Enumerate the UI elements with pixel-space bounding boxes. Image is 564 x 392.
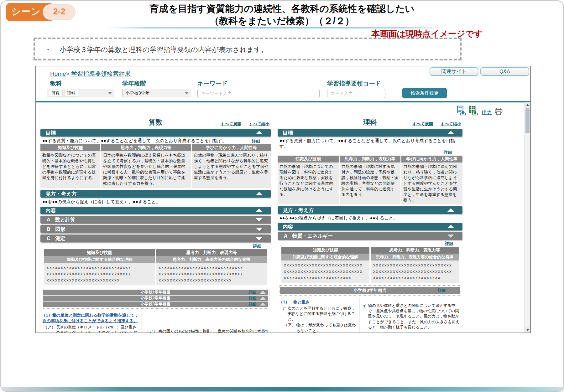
ability-column-subheader: 思考力、判断力、表現力等の総合的な発揮 xyxy=(156,256,267,263)
competency-header: 知識及び技能 xyxy=(278,156,339,162)
grade-detail-link[interactable]: 詳細 xyxy=(249,290,256,295)
content-detail-row-math: 詳細 xyxy=(40,243,271,248)
expand-all-link-math[interactable]: すべて展開 xyxy=(221,121,241,127)
competency-text: 自然の事物・現象についての理解を図り，科学的に追究するために必要な観察，実験を行… xyxy=(278,162,339,204)
scrollbar-thumb[interactable] xyxy=(525,108,530,133)
goal-section-bar-science-label: 目標 xyxy=(283,130,293,136)
goal-intro-math: ●●する資質・能力について、●●することなどを通して、次のとおり育成することを目… xyxy=(42,138,270,143)
collapse-all-link-math[interactable]: すべて縮小 xyxy=(249,121,269,127)
grade-detail-link[interactable]: 詳細 xyxy=(249,302,256,307)
ability-column-header: 知識及び技能 xyxy=(281,247,369,254)
content-detail-link-science[interactable]: 詳細 xyxy=(445,241,453,246)
ability-column-1: 思考力、判断力、表現力等思考力、判断力、表現力等の総合的な発揮xxxxxxxxx… xyxy=(156,249,267,285)
goal-detail-link-math[interactable]: 詳細 xyxy=(252,139,260,143)
content-area-bar-math-0[interactable]: A 数と計算 xyxy=(40,216,271,224)
grade-select[interactable]: 小学校3学年 xyxy=(122,89,191,97)
code-input[interactable]: コード入力 xyxy=(327,89,385,98)
scroll-up-arrow[interactable] xyxy=(525,102,530,108)
scroll-down-arrow[interactable] xyxy=(525,327,530,333)
column-math: 算数すべて展開すべて縮小目標●●する資質・能力について、●●することなどを通して… xyxy=(40,118,271,333)
export-toolbar: 出力 xyxy=(457,105,503,117)
viewpoint-section-bar-science-label: 見方・考え方 xyxy=(283,207,314,213)
chevron-down-icon xyxy=(185,92,188,94)
details-table-math: （1）量の単位と測定に関わる数学的活動を通して，次の事項を身に付けることができる… xyxy=(40,311,271,333)
content-section-bar-science[interactable]: 内容 xyxy=(278,223,462,230)
content-area-bar-math-2[interactable]: C 測定 xyxy=(40,235,271,242)
column-header-science: 理科すべて展開すべて縮小 xyxy=(278,118,462,127)
qa-button[interactable]: Q&A xyxy=(480,67,529,76)
print-icon[interactable] xyxy=(495,108,503,116)
detail-lead-marker: ア xyxy=(282,306,288,322)
vertical-scrollbar[interactable] xyxy=(525,102,530,333)
spreadsheet-download-icon[interactable] xyxy=(469,105,479,117)
expand-all-link-science[interactable]: すべて展開 xyxy=(412,121,433,127)
viewpoint-section-bar-science[interactable]: 見方・考え方 xyxy=(278,206,462,214)
grade-bar-science-1[interactable]: 小学校3学年相当詳細 xyxy=(280,287,460,294)
bullet-point: ・ xyxy=(44,46,51,54)
expand-chevron-down-icon xyxy=(256,218,263,222)
collapse-all-link-science[interactable]: すべて縮小 xyxy=(441,121,461,127)
collapse-chevron-up-icon xyxy=(260,291,266,294)
goal-detail-link-science[interactable]: 詳細 xyxy=(444,150,452,155)
ability-column-body: xxxxxxxxxxxxxxxxxxxxxxxxxxxxxxxxxxxxxxxx… xyxy=(371,260,459,283)
scene-number-pill: 2-2 xyxy=(43,5,75,19)
output-link[interactable]: 出力 xyxy=(482,109,492,116)
subject-select[interactable]: 算数 理科 xyxy=(47,89,114,97)
related-sites-button[interactable]: 関連サイト xyxy=(430,67,478,76)
keyword-label: キーワード xyxy=(197,80,227,88)
page-title: 育成を目指す資質能力の連続性、各教科の系統性を確認したい （教科をまたいだ検索）… xyxy=(88,3,476,27)
ability-table-math: 知識及び技能知識及び技能に関する統合的な理解xxxxxxxxxxxxxxxxxx… xyxy=(44,249,267,285)
grade-detail-link[interactable]: 詳細 xyxy=(438,287,446,294)
breadcrumb-home-link[interactable]: Home xyxy=(50,70,66,77)
goal-section-bar-science[interactable]: 目標 xyxy=(278,129,462,137)
collapse-chevron-up-icon xyxy=(447,208,454,212)
grade-bar-math-3[interactable]: 小学校3学年相当詳細 xyxy=(43,302,268,307)
chevron-down-icon xyxy=(108,92,112,94)
competency-header: 学びに向かう力，人間性等 xyxy=(192,144,271,151)
viewpoint-section-bar-math[interactable]: 見方・考え方 xyxy=(40,190,271,198)
details-table-science: （1） 物と重さア次のことを理解するとともに，観察，実験などに関する技能を身に付… xyxy=(278,297,462,333)
goal-section-bar-math[interactable]: 目標 xyxy=(40,129,271,137)
content-area-bar-math-1[interactable]: B 図形 xyxy=(40,225,271,233)
collapse-chevron-up-icon xyxy=(260,297,266,300)
detail-section: （1） 物と重さア次のことを理解するとともに，観察，実験などに関する技能を身に付… xyxy=(278,299,357,333)
page-title-line-2: （教科をまたいだ検索）（２/２） xyxy=(88,15,476,27)
collapse-chevron-up-icon xyxy=(256,131,263,134)
goal-detail-row-science: 詳細 xyxy=(279,149,462,155)
grade-label: 学年段階 xyxy=(122,80,146,88)
grade-bar-math-1[interactable]: 小学校1学年相当詳細 xyxy=(43,290,268,295)
detail-item: （ア）物は，形が変わっても重さは変わらないこと。 xyxy=(278,322,357,333)
keyword-placeholder: キーワード入力 xyxy=(201,91,232,96)
change-search-conditions-button[interactable]: 検索条件変更 xyxy=(402,88,447,98)
breadcrumb-current-link[interactable]: 学習指導要領検索結果 xyxy=(71,70,131,77)
collapse-chevron-up-icon xyxy=(447,131,454,134)
detail-right-block: （ア）身の回りのものの特徴に着目し，単位の関係を統合的に考察すること。 xyxy=(145,329,269,333)
scene-badge: シーン 2-2 xyxy=(6,4,75,20)
grade-bar-math-2[interactable]: 小学校2学年相当詳細 xyxy=(43,296,268,301)
ability-placeholder-row: xxxxxxxxxxxxxxxxxxxxxxxxxxxx xyxy=(284,262,367,268)
ability-column-subheader: 知識及び技能に関する統合的な理解 xyxy=(44,256,155,263)
ability-column-header: 知識及び技能 xyxy=(44,249,155,256)
content-detail-link-math[interactable]: 詳細 xyxy=(253,244,261,248)
detail-right-cell: （ア）身の回りのものの特徴に着目し，単位の関係を統合的に考察すること。 xyxy=(142,311,271,333)
detail-item-text: 物は，形が変わっても重さは変わらないこと。 xyxy=(296,322,357,333)
detail-heading-link[interactable]: （1） 物と重さ xyxy=(278,299,357,305)
content-section-bar-math[interactable]: 内容 xyxy=(40,207,271,214)
competency-text: 自然の事物・現象に対する気付き，問題の設定，予想や仮説，検証計画の発想，観察・実… xyxy=(340,162,401,204)
competency-cell-science-1: 思考力，判断力，表現力等自然の事物・現象に対する気付き，問題の設定，予想や仮説，… xyxy=(340,156,401,204)
detail-heading-link[interactable]: （1）量の単位と測定に関わる数学的活動を通して，次の事項を身に付けることができる… xyxy=(41,312,139,323)
content-area-bar-science-0[interactable]: A 物質・エネルギー xyxy=(278,232,462,240)
detail-right-text: 物の形や体積と重さとの関係について追究する中で，差異点や共通点を基に，物の性質に… xyxy=(368,303,461,330)
document-download-icon[interactable] xyxy=(457,105,467,117)
ability-column-subheader: 思考力、判断力、表現力等の総合的な発揮 xyxy=(371,254,459,260)
keyword-input[interactable]: キーワード入力 xyxy=(197,89,320,98)
expand-chevron-down-icon xyxy=(447,235,454,238)
ability-placeholder-row: xxxxxxxxxxxxxxxxxxxxxxxxxx xyxy=(47,277,153,283)
grade-detail-link[interactable]: 詳細 xyxy=(249,296,256,301)
ability-placeholder-row: xxxxxxxxxxxxxxxxxxxxxxxxxxxxxx xyxy=(47,265,153,271)
subject-label: 教科 xyxy=(50,80,62,88)
expand-chevron-down-icon xyxy=(256,228,263,231)
competency-header: 思考力，判断力，表現力等 xyxy=(340,156,401,162)
breadcrumb-separator: > xyxy=(66,70,70,77)
ability-column-body: xxxxxxxxxxxxxxxxxxxxxxxxxxxxxxxxxxxxxxxx… xyxy=(44,263,155,285)
